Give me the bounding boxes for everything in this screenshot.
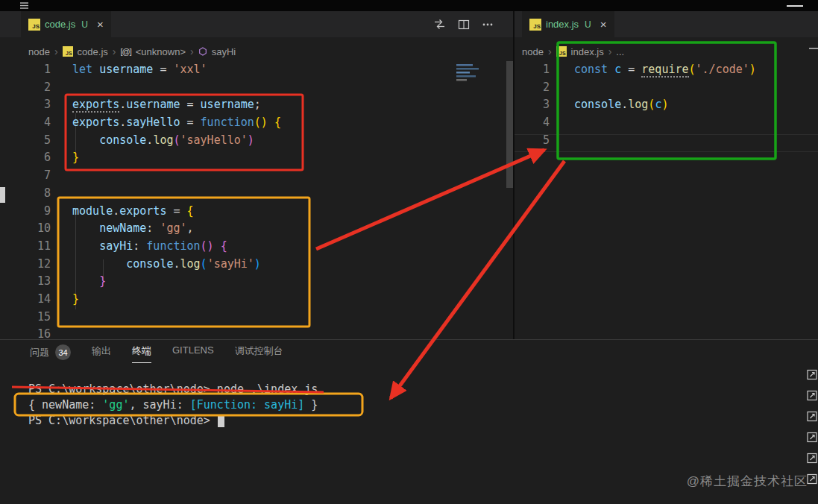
js-file-icon-text: JS xyxy=(559,51,566,56)
line-number: 11 xyxy=(0,238,51,256)
panel-side-icons xyxy=(807,368,818,485)
close-icon[interactable]: × xyxy=(600,18,607,31)
code-line: 6} xyxy=(0,149,506,167)
panel-tab-output[interactable]: 输出 xyxy=(92,344,111,363)
breadcrumb-item-node[interactable]: node xyxy=(28,46,50,57)
code-line: 11 sayHi: function() { xyxy=(0,238,506,256)
panel-tab-gitlens[interactable]: GITLENS xyxy=(172,344,214,361)
sash-handle[interactable] xyxy=(0,187,5,203)
line-number: 4 xyxy=(515,114,550,132)
code-line: 4exports.sayHello = function() { xyxy=(0,114,506,132)
line-number: 4 xyxy=(0,114,51,132)
compare-changes-icon[interactable] xyxy=(433,19,446,30)
code-line: 13 } xyxy=(0,273,506,291)
menu-icon[interactable] xyxy=(19,1,29,10)
line-number: 9 xyxy=(0,203,51,221)
line-number: 7 xyxy=(0,167,51,185)
breadcrumb-item-node[interactable]: node xyxy=(522,46,544,57)
js-file-icon-text: JS xyxy=(66,51,72,56)
panel-tab-label: 输出 xyxy=(92,344,111,358)
open-editor-icon[interactable] xyxy=(807,473,818,485)
more-actions-icon[interactable] xyxy=(482,19,494,31)
code-line: 7 xyxy=(0,167,506,185)
git-status-badge: U xyxy=(81,19,88,30)
minimap[interactable] xyxy=(455,63,483,84)
code-line: 12 console.log('sayHi') xyxy=(0,256,506,274)
breadcrumb-item-unknown[interactable]: <unknown> xyxy=(136,46,186,57)
tab-filename: code.js xyxy=(45,19,75,30)
line-number: 2 xyxy=(0,79,51,97)
editor-index-js[interactable]: 1const c = require('./code')23console.lo… xyxy=(515,61,813,339)
pane-divider[interactable] xyxy=(513,11,515,339)
breadcrumb-item-symbol[interactable]: sayHi xyxy=(212,46,236,57)
line-number: 5 xyxy=(515,132,550,150)
panel-tab-label: 问题 xyxy=(30,346,49,359)
title-bar xyxy=(0,0,818,11)
js-file-icon: JS xyxy=(28,19,40,31)
method-symbol-icon xyxy=(198,47,207,56)
open-editor-icon[interactable] xyxy=(807,431,818,443)
panel-tab-label: 调试控制台 xyxy=(235,344,283,358)
panel-tab-debug-console[interactable]: 调试控制台 xyxy=(235,344,283,363)
code-line: 1const c = require('./code') xyxy=(515,61,813,79)
code-line: 3exports.username = username; xyxy=(0,96,506,114)
tab-filename: index.js xyxy=(546,19,579,30)
open-editor-icon[interactable] xyxy=(807,452,818,464)
code-line: 10 newName: 'gg', xyxy=(0,220,506,238)
code-line: 15 xyxy=(0,309,506,327)
js-file-icon-text: JS xyxy=(32,23,40,30)
breadcrumb-item-more[interactable]: ... xyxy=(616,46,624,57)
scrollbar[interactable] xyxy=(506,61,513,188)
chevron-right-icon: › xyxy=(190,45,194,57)
chevron-right-icon: › xyxy=(54,45,58,57)
terminal-line: PS C:\workspace\other\node> xyxy=(28,413,318,429)
open-editor-icon[interactable] xyxy=(807,368,818,380)
split-editor-icon[interactable] xyxy=(458,19,470,31)
panel-divider[interactable] xyxy=(0,339,818,340)
tab-index-js[interactable]: JS index.js U × xyxy=(522,11,614,37)
line-number: 6 xyxy=(0,149,51,167)
tab-code-js[interactable]: JS code.js U × xyxy=(21,11,111,37)
problems-count-badge: 34 xyxy=(55,344,71,360)
line-number: 14 xyxy=(0,291,51,309)
chevron-right-icon: › xyxy=(548,45,552,57)
terminal-content[interactable]: PS C:\workspace\other\node> node .\index… xyxy=(28,382,318,429)
code-line: 4 xyxy=(515,114,813,132)
code-line: 5 console.log('sayHello') xyxy=(0,132,506,150)
code-line: 8 xyxy=(0,185,506,203)
panel-tab-problems[interactable]: 问题 34 xyxy=(30,344,71,365)
line-number: 15 xyxy=(0,309,51,327)
breadcrumb-left: node › JS code.js › [@] <unknown> › sayH… xyxy=(28,42,236,60)
watermark: @稀土掘金技术社区 xyxy=(687,473,808,490)
line-number: 1 xyxy=(0,61,51,79)
editor-code-js[interactable]: 1let username = 'xxl'23exports.username … xyxy=(0,61,506,339)
panel-tab-bar: 问题 34 输出 终端 GITLENS 调试控制台 xyxy=(30,344,283,365)
line-number: 10 xyxy=(0,220,51,238)
panel-tab-terminal[interactable]: 终端 xyxy=(132,344,151,363)
line-number: 3 xyxy=(0,96,51,114)
code-line: 16 xyxy=(0,326,506,339)
breadcrumb-item-file[interactable]: code.js xyxy=(78,46,108,57)
tab-bar-left: JS code.js U × xyxy=(0,11,513,37)
js-file-icon: JS xyxy=(63,46,73,57)
line-number: 5 xyxy=(0,132,51,150)
code-line: 2 xyxy=(0,79,506,97)
panel-tab-label: 终端 xyxy=(132,344,151,358)
panel-tab-label: GITLENS xyxy=(172,344,214,356)
js-file-icon-text: JS xyxy=(533,23,541,30)
line-number: 2 xyxy=(515,79,550,97)
breadcrumb-right: node › JS index.js › ... xyxy=(522,42,624,60)
terminal-cursor xyxy=(218,415,224,427)
line-number: 16 xyxy=(0,326,51,339)
close-icon[interactable]: × xyxy=(97,18,104,31)
breadcrumb-item-file[interactable]: index.js xyxy=(571,46,604,57)
code-line: 1let username = 'xxl' xyxy=(0,61,506,79)
editor-actions xyxy=(433,11,494,37)
line-number: 12 xyxy=(0,256,51,274)
code-line: 14} xyxy=(0,291,506,309)
line-number: 8 xyxy=(0,185,51,203)
titlebar-dash-icon[interactable] xyxy=(787,5,803,7)
open-editor-icon[interactable] xyxy=(807,389,818,401)
open-editor-icon[interactable] xyxy=(807,410,818,422)
minimap-handle[interactable] xyxy=(809,48,818,49)
